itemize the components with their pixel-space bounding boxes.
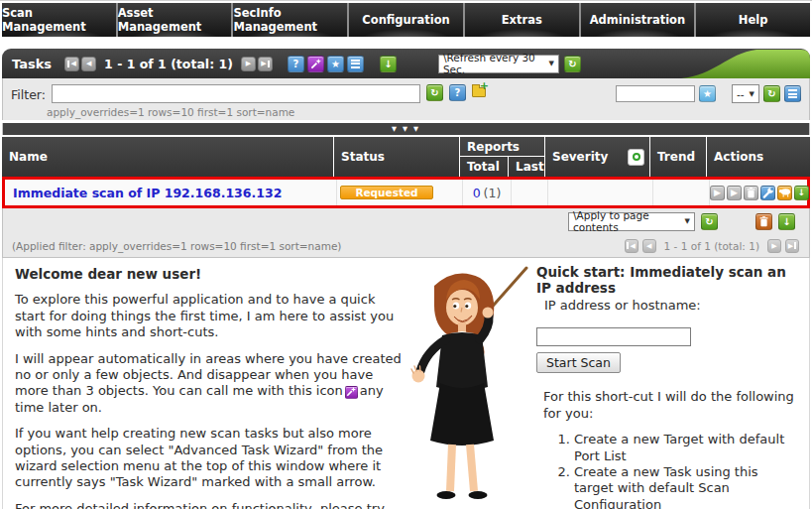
severity-label: Severity [552,150,608,164]
pagination-count: 1 - 1 of 1 (total: 1) [664,240,759,252]
reports-total-count: (1) [484,186,502,200]
bulk-apply-refresh-icon[interactable]: ↻ [701,213,718,230]
first-page-button[interactable]: ◀ [625,239,638,253]
filter-left-group: Filter: ↻ ? + [11,84,486,103]
reports-last-cell [511,180,547,205]
next-page-button[interactable]: ▶ [241,57,256,71]
refresh-interval-select[interactable]: \Refresh every 30 Sec. ▼ [438,55,559,73]
row-actions-cell: ▶ ▶ [709,180,812,205]
trash-glyph [759,216,768,227]
quickstart-intro: For this short-cut I will do the followi… [543,389,801,422]
column-severity[interactable]: Severity [544,137,649,177]
welcome-paragraph: I will appear automatically in areas whe… [15,351,407,417]
first-page-button[interactable]: ◀ [64,57,79,71]
resume-task-icon[interactable]: ▶ [727,186,742,200]
preset-refresh-icon[interactable]: ↻ [763,85,780,102]
first-bar [627,242,629,249]
panel-title: Tasks [12,57,52,71]
help-icon[interactable]: ? [288,56,304,72]
tasks-titlebar: Tasks ◀ ◀ 1 - 1 of 1 (total: 1) ▶ ▶ ? ★ … [2,49,810,78]
column-status[interactable]: Status [333,137,459,177]
quickstart-column: Quick start: Immediately scan an IP addr… [528,264,809,509]
wizard-wand-icon[interactable] [307,56,324,72]
collapse-fold-bar[interactable]: ▼ ▼ ▼ [2,123,810,135]
preset-list-icon[interactable] [784,85,801,102]
menu-extras[interactable]: Extras [465,3,579,37]
bulk-trashcan-icon[interactable] [755,213,772,230]
overrides-toggle-icon[interactable] [628,149,644,166]
welcome-paragraph: If you want help creating new scan tasks… [15,426,407,491]
first-bar [67,61,69,67]
menu-configuration[interactable]: Configuration [349,3,463,37]
ip-address-input[interactable] [536,327,691,346]
clone-sheep-icon[interactable] [777,186,792,200]
table-footer-row: (Applied filter: apply_overrides=1 rows=… [2,234,810,258]
export-download-icon[interactable]: ↓ [380,56,397,72]
wand-glyph [346,387,356,397]
filter-bar: Filter: ↻ ? + apply_overrides=1 rows=10 … [2,78,810,120]
last-page-button[interactable]: ▶ [785,239,799,253]
export-task-icon[interactable]: ↓ [794,186,809,200]
save-filter-star-icon[interactable]: ★ [699,85,716,102]
titlebar-icon-group: ? ★ [288,56,364,72]
reports-total-link[interactable]: 0 [473,186,481,200]
task-name-link[interactable]: Immediate scan of IP 192.168.136.132 [13,186,282,200]
next-page-button[interactable]: ▶ [767,239,781,253]
start-task-icon[interactable]: ▶ [710,186,725,200]
prev-page-button[interactable]: ◀ [81,57,96,71]
gsa-page: Scan Management Asset Management SecInfo… [0,0,812,509]
filter-preset-select[interactable]: -- ▼ [732,84,759,103]
filter-hint: apply_overrides=1 rows=10 first=1 sort=n… [47,106,294,118]
filter-help-icon[interactable]: ? [449,84,466,101]
filter-input[interactable] [52,84,420,103]
tasks-panel: Tasks ◀ ◀ 1 - 1 of 1 (total: 1) ▶ ▶ ? ★ … [2,49,810,509]
menu-scan-management[interactable]: Scan Management [2,3,116,37]
list-glyph [351,60,360,68]
chevron-down-icon: ▼ [549,60,554,67]
column-reports-total[interactable]: Total [459,157,508,177]
trashcan-icon[interactable] [744,186,758,200]
column-reports-last[interactable]: Last [508,157,544,177]
menu-help[interactable]: Help [696,3,810,37]
ip-field-label: IP address or hostname: [544,298,801,314]
last-page-button[interactable]: ▶ [258,57,273,71]
wrench-glyph [762,188,773,198]
wand-glyph [310,59,321,69]
refresh-interval-value: \Refresh every 30 Sec. [443,52,544,75]
quickstart-step: Create a new Task using this target with… [574,464,801,509]
column-trend[interactable]: Trend [649,137,706,177]
green-swoosh-decoration [681,49,810,78]
edit-wrench-icon[interactable] [760,186,775,200]
pagination-count: 1 - 1 of 1 (total: 1) [104,57,233,71]
menu-administration[interactable]: Administration [581,3,695,37]
last-bar [268,61,270,67]
assistant-illustration [407,264,528,509]
wizard-wand-icon[interactable] [345,386,358,399]
tasks-table-header: Name Status Reports Total Last Severity … [2,137,810,177]
reports-total-cell: 0 (1) [462,180,511,205]
sheep-glyph [778,188,791,197]
refresh-icon[interactable]: ↻ [564,56,581,72]
column-reports: Reports [459,137,544,157]
new-filter-folder-icon[interactable]: + [472,87,486,97]
start-scan-button[interactable]: Start Scan [536,352,621,373]
table-row: Immediate scan of IP 192.168.136.132 Req… [5,180,807,205]
saved-filter-input[interactable] [616,85,695,102]
filter-apply-refresh-icon[interactable]: ↻ [426,84,443,101]
menu-secinfo-management[interactable]: SecInfo Management [233,3,347,37]
bottom-pagination: ◀ ◀ 1 - 1 of 1 (total: 1) ▶ ▶ [624,239,800,253]
list-glyph [788,89,797,98]
new-task-star-icon[interactable]: ★ [327,56,344,72]
prev-page-button[interactable]: ◀ [642,239,656,253]
trend-cell [652,180,709,205]
quickstart-steps: Create a new Target with default Port Li… [528,432,801,509]
severity-cell [547,180,652,205]
bulk-download-icon[interactable]: ↓ [778,213,795,230]
chevron-down-icon: ▼ [750,90,754,98]
column-actions: Actions [706,137,810,177]
list-view-icon[interactable] [347,56,364,72]
column-name[interactable]: Name [2,137,333,177]
bulk-action-select[interactable]: \Apply to page contents ▼ [568,212,695,231]
last-bar [794,242,796,249]
menu-asset-management[interactable]: Asset Management [118,3,232,37]
